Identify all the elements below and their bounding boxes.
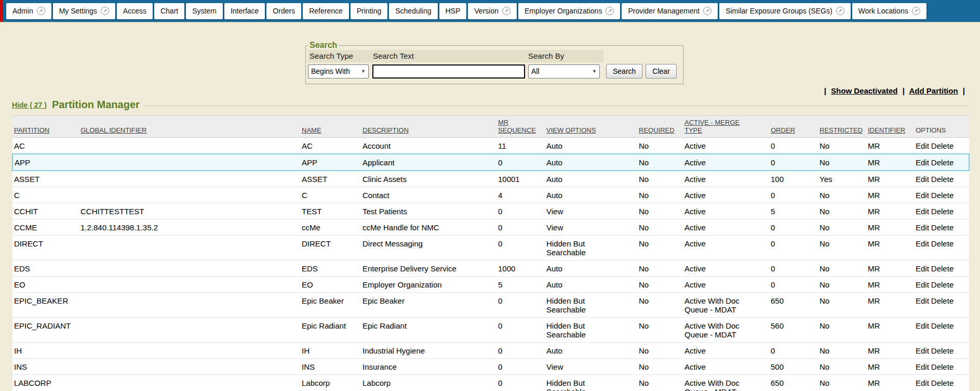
cell-description: Employer Organization: [363, 277, 498, 293]
cell-text: No: [820, 346, 829, 355]
cell-partition: LABCORP: [12, 375, 80, 391]
nav-tab-work-locations[interactable]: Work Locations↗: [852, 3, 927, 19]
table-row-app[interactable]: APPAPPApplicant0AutoNoActive0NoMREditDel…: [12, 154, 969, 171]
nav-tab-scheduling[interactable]: Scheduling: [389, 3, 437, 19]
table-row-ins[interactable]: INSINSInsurance0ViewNoActive500NoMREditD…: [12, 359, 969, 375]
column-header-restricted[interactable]: RESTRICTED: [820, 116, 868, 138]
delete-link[interactable]: Delete: [931, 321, 954, 330]
edit-link[interactable]: Edit: [916, 346, 929, 355]
cell-name: AC: [302, 138, 363, 154]
nav-tab-employer-organizations[interactable]: Employer Organizations↗: [518, 3, 620, 19]
edit-link[interactable]: Edit: [916, 362, 929, 371]
cell-text: Active: [684, 158, 706, 167]
show-deactivated-link[interactable]: Show Deactivated: [831, 86, 897, 95]
cell-text: Active With Doc Queue - MDAT: [684, 296, 748, 314]
column-header-required[interactable]: REQUIRED: [639, 116, 684, 138]
nav-tab-interface[interactable]: Interface: [224, 3, 265, 19]
column-header-partition[interactable]: PARTITION: [12, 116, 80, 138]
delete-link[interactable]: Delete: [931, 191, 954, 200]
cell-text: AC: [14, 141, 25, 150]
nav-tab-reference[interactable]: Reference: [303, 3, 349, 19]
edit-link[interactable]: Edit: [916, 141, 929, 150]
column-header-mr-sequence[interactable]: MR SEQUENCE: [498, 116, 546, 138]
cell-active-merge-type: Active With Doc Queue - MDAT: [684, 293, 771, 318]
edit-link[interactable]: Edit: [916, 175, 929, 184]
edit-link[interactable]: Edit: [916, 239, 929, 248]
cell-text: No: [820, 362, 829, 371]
nav-tab-label: Similar Exposure Groups (SEGs): [726, 7, 832, 15]
table-row-eo[interactable]: EOEOEmployer Organization5AutoNoActive0N…: [12, 277, 969, 293]
delete-link[interactable]: Delete: [931, 223, 954, 232]
table-row-ih[interactable]: IHIHIndustrial Hygiene0AutoNoActive0NoMR…: [12, 343, 969, 359]
nav-tab-printing[interactable]: Printing: [351, 3, 387, 19]
cell-mr-sequence: 10001: [498, 171, 546, 187]
edit-link[interactable]: Edit: [916, 191, 929, 200]
nav-tab-similar-exposure-groups-segs[interactable]: Similar Exposure Groups (SEGs)↗: [719, 3, 850, 19]
delete-link[interactable]: Delete: [931, 362, 954, 371]
cell-text: 1.2.840.114398.1.35.2: [80, 223, 158, 232]
delete-link[interactable]: Delete: [931, 239, 954, 248]
table-row-eds[interactable]: EDSEDSEnterprise Delivery Service1000Aut…: [12, 260, 969, 277]
cell-description: ccMe Handle for NMC: [363, 219, 498, 236]
table-row-ccme[interactable]: CCME1.2.840.114398.1.35.2ccMeccMe Handle…: [12, 219, 969, 236]
cell-order: 560: [771, 318, 820, 343]
search-text-input[interactable]: [372, 64, 525, 79]
search-by-select[interactable]: All: [528, 64, 600, 79]
add-partition-link[interactable]: Add Partition: [909, 86, 958, 95]
nav-tab-hsp[interactable]: HSP: [439, 3, 467, 19]
column-header-name[interactable]: NAME: [302, 116, 363, 138]
nav-tab-version[interactable]: Version↗: [468, 3, 517, 19]
separator: |: [903, 86, 905, 95]
column-header-active-merge-type[interactable]: ACTIVE - MERGE TYPE: [684, 116, 771, 138]
table-row-c[interactable]: CCContact4AutoNoActive0NoMREditDelete: [12, 187, 969, 203]
nav-tab-label: Orders: [273, 7, 295, 15]
cell-active-merge-type: Active With Doc Queue - MDAT: [684, 318, 771, 343]
delete-link[interactable]: Delete: [931, 346, 954, 355]
search-button[interactable]: Search: [606, 64, 642, 79]
delete-link[interactable]: Delete: [931, 175, 954, 184]
nav-tab-system[interactable]: System: [186, 3, 223, 19]
cell-order: 500: [771, 359, 820, 375]
delete-link[interactable]: Delete: [931, 158, 954, 167]
nav-tab-chart[interactable]: Chart: [154, 3, 184, 19]
cell-global-identifier: [80, 260, 302, 277]
table-row-asset[interactable]: ASSETASSETClinic Assets10001AutoNoActive…: [12, 171, 969, 187]
search-text-label: Search Text: [373, 50, 528, 62]
delete-link[interactable]: Delete: [931, 207, 954, 216]
table-row-labcorp[interactable]: LABCORPLabcorpLabcorp0Hidden But Searcha…: [12, 375, 969, 391]
column-header-view-options[interactable]: VIEW OPTIONS: [546, 116, 639, 138]
edit-link[interactable]: Edit: [916, 264, 929, 273]
delete-link[interactable]: Delete: [931, 280, 954, 289]
column-header-description[interactable]: DESCRIPTION: [363, 116, 498, 138]
cell-options: EditDelete: [916, 375, 969, 391]
edit-link[interactable]: Edit: [916, 223, 929, 232]
table-row-direct[interactable]: DIRECTDIRECTDirect Messaging0Hidden But …: [12, 236, 969, 260]
edit-link[interactable]: Edit: [916, 321, 929, 330]
edit-link[interactable]: Edit: [916, 207, 929, 216]
delete-link[interactable]: Delete: [931, 379, 954, 387]
column-header-global-identifier[interactable]: GLOBAL IDENTIFIER: [80, 116, 302, 138]
search-type-select[interactable]: Begins With: [308, 64, 369, 79]
clear-button[interactable]: Clear: [646, 64, 676, 79]
table-row-epic-radiant[interactable]: EPIC_RADIANTEpic RadiantEpic Radiant0Hid…: [12, 318, 969, 343]
nav-tab-access[interactable]: Access: [117, 3, 153, 19]
edit-link[interactable]: Edit: [916, 280, 929, 289]
nav-tab-my-settings[interactable]: My Settings↗: [53, 3, 115, 19]
column-header-identifier[interactable]: IDENTIFIER: [868, 116, 916, 138]
edit-link[interactable]: Edit: [916, 379, 929, 387]
cell-text: APP: [15, 158, 30, 167]
column-header-order[interactable]: ORDER: [771, 116, 820, 138]
table-row-epic-beaker[interactable]: EPIC_BEAKEREpic BeakerEpic Beaker0Hidden…: [12, 293, 969, 318]
table-row-cchit[interactable]: CCHITCCHITTESTTESTTESTTest Patients0View…: [12, 203, 969, 219]
delete-link[interactable]: Delete: [931, 141, 954, 150]
cell-global-identifier: [80, 359, 302, 375]
nav-tab-provider-management[interactable]: Provider Management↗: [622, 3, 718, 19]
edit-link[interactable]: Edit: [916, 296, 929, 305]
delete-link[interactable]: Delete: [931, 296, 954, 305]
nav-tab-orders[interactable]: Orders: [266, 3, 301, 19]
edit-link[interactable]: Edit: [916, 158, 929, 167]
nav-tab-admin[interactable]: Admin↗: [6, 3, 51, 19]
delete-link[interactable]: Delete: [931, 264, 954, 273]
hide-link[interactable]: Hide ( 27 ): [12, 101, 47, 109]
table-row-ac[interactable]: ACACAccount11AutoNoActive0NoMREditDelete: [12, 138, 969, 154]
